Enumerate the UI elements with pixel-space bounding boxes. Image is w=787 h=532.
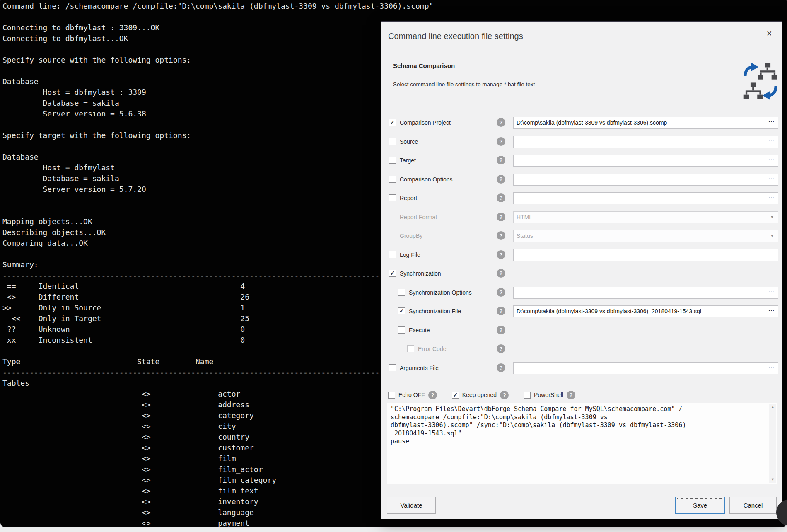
report-checkbox[interactable] — [389, 194, 396, 201]
help-icon[interactable]: ? — [500, 391, 509, 399]
dropdown-value: HTML — [517, 214, 532, 220]
target-checkbox[interactable] — [389, 157, 396, 164]
arguments-file-input[interactable]: ... — [513, 362, 778, 374]
groupby-dropdown[interactable]: Status▼ — [513, 230, 778, 242]
form-row: Arguments File?... — [381, 359, 782, 378]
option-label: PowerShell — [534, 392, 563, 398]
scrollbar[interactable]: ▲ ▼ — [769, 404, 776, 483]
row-label: Comparison Project — [400, 119, 451, 126]
form-row: GroupBy?Status▼ — [381, 227, 782, 246]
save-button[interactable]: Save — [675, 497, 725, 514]
comparison-project-checkbox[interactable]: ✓ — [389, 119, 396, 126]
bat-text: "C:\Program Files\Devart\dbForge Schema … — [391, 405, 766, 482]
log-file-input[interactable]: ... — [513, 249, 778, 261]
report-format-dropdown[interactable]: HTML▼ — [513, 211, 778, 223]
synchronization-file-input[interactable]: D:\comp\sakila (dbfmylast-3309 vs dbfmyl… — [513, 305, 778, 317]
log-file-checkbox[interactable] — [389, 251, 396, 258]
section-title: Schema Comparison — [393, 62, 455, 69]
command-line-settings-dialog: Command line execution file settings ✕ S… — [381, 21, 782, 519]
powershell-checkbox[interactable] — [524, 392, 531, 399]
help-icon[interactable]: ? — [497, 269, 505, 278]
browse-button[interactable]: ... — [768, 249, 775, 256]
form-row: ✓Synchronization File?D:\comp\sakila (db… — [381, 302, 782, 321]
row-label: Report — [400, 195, 417, 201]
comparison-options-checkbox[interactable] — [389, 176, 396, 183]
bat-option: Echo OFF? — [388, 391, 437, 399]
report-input[interactable]: ... — [513, 192, 778, 204]
form-row: ✓Comparison Project?D:\comp\sakila (dbfm… — [381, 114, 782, 133]
help-icon[interactable]: ? — [497, 213, 505, 221]
source-input[interactable]: ... — [513, 136, 778, 148]
row-label: Log File — [400, 251, 420, 258]
dropdown-value: Status — [517, 232, 533, 239]
form-row: Synchronization Options?... — [381, 283, 782, 302]
scroll-down-icon[interactable]: ▼ — [769, 476, 776, 483]
close-icon: ✕ — [766, 30, 772, 38]
synchronization-checkbox[interactable]: ✓ — [389, 270, 396, 277]
bat-text-area[interactable]: "C:\Program Files\Devart\dbForge Schema … — [387, 403, 777, 484]
form-row: Log File?... — [381, 246, 782, 265]
row-label: Comparison Options — [400, 176, 453, 183]
help-icon[interactable]: ? — [497, 231, 505, 240]
help-icon[interactable]: ? — [497, 156, 505, 164]
help-icon[interactable]: ? — [567, 391, 575, 399]
console-line: Command line: /schemacompare /compfile:"… — [0, 1, 787, 12]
synchronization-options-checkbox[interactable] — [398, 289, 405, 296]
help-icon[interactable]: ? — [497, 118, 505, 127]
help-icon[interactable]: ? — [497, 250, 505, 259]
keep-opened-checkbox[interactable]: ✓ — [452, 392, 459, 399]
target-input[interactable]: ... — [513, 155, 778, 167]
form-row: Execute? — [381, 321, 782, 340]
synchronization-file-checkbox[interactable]: ✓ — [398, 307, 405, 314]
error-code-checkbox[interactable] — [407, 345, 414, 352]
help-icon[interactable]: ? — [497, 175, 505, 184]
console-line: <> payment — [0, 518, 787, 527]
help-icon[interactable]: ? — [497, 363, 505, 372]
comparison-options-input[interactable]: ... — [513, 174, 778, 186]
row-label: Synchronization — [400, 270, 441, 277]
browse-button[interactable]: ... — [768, 155, 775, 161]
help-icon[interactable]: ? — [497, 307, 505, 315]
arguments-file-checkbox[interactable] — [389, 364, 396, 371]
browse-button[interactable]: ... — [768, 117, 775, 123]
bat-option: ✓Keep opened? — [452, 391, 509, 399]
form-row: Target?... — [381, 151, 782, 170]
browse-button[interactable]: ... — [768, 287, 775, 293]
cancel-button[interactable]: Cancel — [729, 497, 777, 514]
row-label: GroupBy — [400, 232, 422, 239]
form-row: Comparison Options?... — [381, 170, 782, 189]
browse-button[interactable]: ... — [768, 305, 775, 312]
form-row: Report?... — [381, 189, 782, 208]
comparison-project-input[interactable]: D:\comp\sakila (dbfmylast-3309 vs dbfmyl… — [513, 117, 778, 129]
help-icon[interactable]: ? — [497, 326, 505, 334]
help-icon[interactable]: ? — [497, 344, 505, 353]
help-icon[interactable]: ? — [497, 288, 505, 297]
help-icon[interactable]: ? — [497, 137, 505, 146]
settings-form: ✓Comparison Project?D:\comp\sakila (dbfm… — [381, 114, 782, 377]
option-label: Keep opened — [462, 392, 497, 398]
row-label: Synchronization File — [409, 308, 461, 314]
help-icon[interactable]: ? — [428, 391, 437, 399]
dialog-title: Command line execution file settings — [388, 31, 523, 41]
synchronization-options-input[interactable]: ... — [513, 287, 778, 299]
form-row: Error Code? — [381, 340, 782, 359]
browse-button[interactable]: ... — [768, 192, 775, 199]
execute-checkbox[interactable] — [398, 326, 405, 334]
browse-button[interactable]: ... — [768, 136, 775, 143]
browse-button[interactable]: ... — [768, 174, 775, 180]
screenshot-root: Command line: /schemacompare /compfile:"… — [0, 0, 787, 532]
dropdown-arrow-icon: ▼ — [770, 215, 774, 219]
input-value: D:\comp\sakila (dbfmylast-3309 vs dbfmyl… — [517, 119, 667, 126]
row-label: Report Format — [400, 214, 437, 220]
echo-off-checkbox[interactable] — [388, 392, 395, 399]
browse-button[interactable]: ... — [768, 362, 775, 369]
source-checkbox[interactable] — [389, 138, 396, 145]
form-row: Report Format?HTML▼ — [381, 208, 782, 227]
help-icon[interactable]: ? — [497, 193, 505, 202]
close-button[interactable]: ✕ — [763, 28, 776, 40]
validate-button[interactable]: Validate — [387, 497, 436, 514]
schema-comparison-icon — [743, 60, 778, 102]
form-row: Source?... — [381, 133, 782, 152]
dropdown-arrow-icon: ▼ — [770, 233, 774, 238]
scroll-up-icon[interactable]: ▲ — [769, 404, 776, 411]
